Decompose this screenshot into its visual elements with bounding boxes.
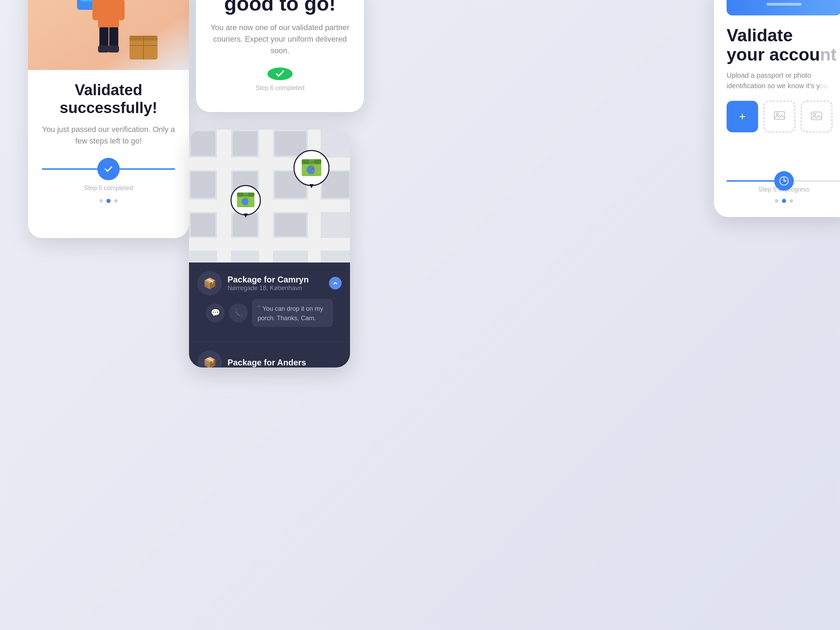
package-list-panel: 📦 Package for Camryn Nørregade 18, Køben… (189, 262, 350, 368)
card-hero-image (28, 0, 189, 70)
right-dot-2[interactable] (782, 199, 786, 203)
package-camryn-name: Package for Camryn (227, 275, 324, 284)
svg-rect-43 (233, 213, 257, 236)
progress-line-right (120, 168, 175, 170)
dot-2[interactable] (106, 199, 111, 203)
svg-point-58 (242, 198, 248, 205)
upload-area: + (726, 101, 840, 132)
svg-rect-42 (191, 213, 215, 236)
svg-rect-57 (239, 195, 253, 196)
package-anders-icon: 📦 (197, 351, 222, 368)
image-placeholder-icon-2 (811, 111, 822, 122)
step-6-label: Step 6 completed (256, 84, 305, 92)
package-emoji-2: 📦 (203, 356, 216, 368)
validated-title: Validated successfully! (42, 81, 175, 117)
validate-account-subtitle: Upload a passport or photoidentification… (726, 70, 840, 91)
card-validated-successfully: Validated successfully! You just passed … (28, 0, 189, 238)
svg-rect-49 (304, 162, 319, 163)
good-to-go-subtitle: You are now one of our validated partner… (210, 22, 350, 56)
card-good-to-go: good to go! You are now one of our valid… (196, 0, 364, 112)
step-complete-indicator (97, 158, 120, 180)
package-emoji-1: 📦 (203, 277, 216, 289)
svg-rect-36 (233, 131, 257, 156)
package-camryn-actions: 💬 📞 "You can drop it on my porch. Thanks… (197, 295, 342, 333)
svg-rect-34 (308, 129, 321, 262)
validate-account-title: Validateyour account (726, 26, 840, 65)
package-camryn-address: Nørregade 18, København (227, 284, 324, 292)
dot-3[interactable] (114, 199, 118, 203)
upload-slot-2[interactable] (801, 101, 832, 132)
svg-rect-23 (811, 112, 822, 120)
chat-icon: 💬 (211, 308, 220, 317)
svg-rect-44 (275, 213, 306, 236)
phone-icon: 📞 (234, 308, 243, 317)
package-camryn-icon: 📦 (197, 271, 222, 295)
package-item-anders[interactable]: 📦 Package for Anders (189, 342, 350, 368)
svg-point-22 (776, 113, 778, 115)
svg-rect-37 (275, 131, 306, 156)
upload-add-button[interactable]: + (726, 101, 758, 132)
dot-1[interactable] (99, 199, 103, 203)
svg-rect-35 (191, 131, 215, 156)
validated-subtitle: You just passed our verification. Only a… (42, 123, 175, 147)
svg-rect-38 (191, 172, 215, 198)
quote-mark: " (257, 304, 261, 313)
right-card-pagination (726, 199, 840, 203)
plus-icon: + (739, 110, 746, 123)
right-dot-1[interactable] (775, 199, 778, 203)
clock-indicator (774, 171, 794, 191)
phone-button[interactable]: 📞 (229, 303, 248, 322)
svg-rect-33 (259, 129, 273, 262)
svg-rect-8 (98, 0, 119, 29)
card-map: 📍 📦 (189, 129, 350, 368)
step-6-complete-indicator (267, 68, 293, 80)
pagination-dots (99, 199, 118, 203)
package-camryn-expand[interactable] (329, 277, 342, 289)
right-dot-3[interactable] (789, 199, 793, 203)
package-anders-row: 📦 Package for Anders (197, 351, 342, 368)
progress-line-left (42, 168, 97, 170)
step-progress-section: Step 5 in progress (726, 180, 840, 203)
svg-rect-10 (118, 0, 125, 20)
upload-slot-1[interactable] (764, 101, 795, 132)
package-camryn-info: Package for Camryn Nørregade 18, Københa… (227, 275, 324, 292)
svg-rect-32 (217, 129, 231, 262)
svg-rect-20 (766, 3, 802, 6)
card-validate-account: Validateyour account Upload a passport o… (714, 0, 840, 217)
svg-rect-13 (109, 27, 118, 48)
map-view[interactable]: 📍 (189, 129, 350, 262)
svg-point-24 (813, 114, 815, 115)
package-anders-name: Package for Anders (227, 358, 342, 368)
step-5-progress-bar (726, 180, 840, 182)
action-button-top[interactable] (726, 0, 840, 16)
chat-button[interactable]: 💬 (206, 303, 225, 322)
package-anders-info: Package for Anders (227, 358, 342, 368)
svg-rect-21 (774, 112, 785, 119)
progress-bar-section (42, 158, 175, 180)
card-left-content: Validated successfully! You just passed … (28, 70, 189, 238)
step-5-completed-label: Step 5 completed (84, 185, 133, 192)
svg-text:📍: 📍 (309, 167, 316, 173)
svg-rect-15 (108, 46, 119, 52)
good-to-go-title: good to go! (224, 0, 336, 15)
svg-rect-14 (98, 46, 109, 52)
package-camryn-row: 📦 Package for Camryn Nørregade 18, Køben… (197, 271, 342, 295)
image-placeholder-icon (774, 111, 785, 123)
package-item-camryn[interactable]: 📦 Package for Camryn Nørregade 18, Køben… (189, 262, 350, 342)
svg-rect-12 (99, 27, 109, 48)
delivery-note: "You can drop it on my porch. Thanks, Ca… (252, 299, 333, 327)
svg-rect-9 (92, 0, 99, 20)
